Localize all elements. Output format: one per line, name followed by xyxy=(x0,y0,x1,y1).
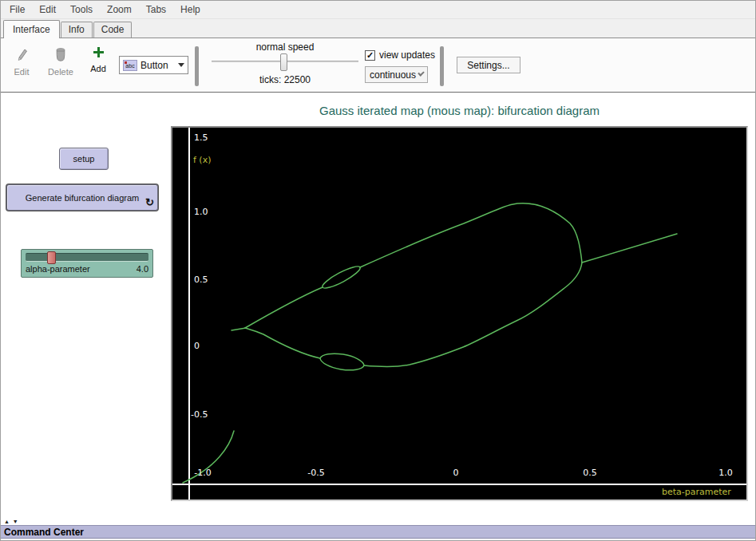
x-tick-0.5: 0.5 xyxy=(574,468,606,478)
update-mode-selected: continuous xyxy=(370,69,416,81)
curve-stub xyxy=(232,328,246,330)
update-mode-dropdown[interactable]: continuous xyxy=(365,66,428,83)
view-updates-label: view updates xyxy=(379,49,435,61)
menu-edit[interactable]: Edit xyxy=(32,2,63,18)
plot-area: 1.5 1.0 0.5 0 -0.5 -1.0 -0.5 0 0.5 1.0 f… xyxy=(172,128,746,500)
speed-slider-thumb[interactable] xyxy=(280,53,287,71)
menu-help[interactable]: Help xyxy=(173,2,208,18)
alpha-slider-value: 4.0 xyxy=(137,264,148,274)
view-updates-group: ✓ view updates continuous xyxy=(365,49,435,83)
button-widget-icon: abc xyxy=(123,60,137,71)
menu-bar: File Edit Tools Zoom Tabs Help xyxy=(1,1,755,19)
x-tick-neg1.0: -1.0 xyxy=(187,468,219,478)
tab-interface[interactable]: Interface xyxy=(3,20,60,38)
menu-tools[interactable]: Tools xyxy=(63,2,100,18)
x-tick-1.0: 1.0 xyxy=(710,468,742,478)
edit-button[interactable]: Edit xyxy=(9,47,34,77)
x-tick-neg0.5: -0.5 xyxy=(300,468,332,478)
add-button-label: Add xyxy=(85,64,112,73)
alpha-slider-thumb[interactable] xyxy=(47,251,56,264)
x-axis-title: beta-parameter xyxy=(662,487,731,497)
setup-button[interactable]: setup xyxy=(59,148,109,170)
chevron-down-icon xyxy=(418,69,424,76)
world-view: 1.5 1.0 0.5 0 -0.5 -1.0 -0.5 0 0.5 1.0 f… xyxy=(171,126,748,501)
y-tick-0: 0 xyxy=(194,341,200,351)
netlogo-window: File Edit Tools Zoom Tabs Help Interface… xyxy=(0,0,756,541)
toolbar: Edit Delete Add abc Button xyxy=(1,38,755,93)
settings-button[interactable]: Settings... xyxy=(457,57,520,73)
alpha-slider-track[interactable] xyxy=(26,253,148,262)
delete-button[interactable]: Delete xyxy=(45,47,77,77)
menu-zoom[interactable]: Zoom xyxy=(100,2,139,18)
add-button[interactable]: Add xyxy=(85,45,112,73)
delete-button-label: Delete xyxy=(45,67,77,77)
y-tick-neg0.5: -0.5 xyxy=(191,409,208,420)
widget-type-selected: Button xyxy=(141,60,175,71)
trash-icon xyxy=(54,47,67,65)
tab-bar: Interface Info Code xyxy=(1,19,755,38)
tab-code[interactable]: Code xyxy=(93,22,133,38)
curve-upper-right xyxy=(360,203,582,267)
y-tick-0.5: 0.5 xyxy=(194,274,208,285)
y-tick-1.5: 1.5 xyxy=(194,132,208,143)
speed-slider-label: normal speed xyxy=(212,41,358,53)
curve-lower-left xyxy=(245,328,320,358)
curve-lower-ear xyxy=(320,353,364,370)
interface-canvas: Gauss iterated map (mous map): bifurcati… xyxy=(1,93,755,522)
curve-lower-right xyxy=(364,263,582,366)
pencil-icon xyxy=(16,47,28,65)
alpha-slider-label: alpha-parameter xyxy=(26,264,90,274)
curve-upper-left xyxy=(245,287,323,328)
splitter-arrows-icon[interactable]: ▲ ▼ xyxy=(4,519,19,524)
menu-tabs[interactable]: Tabs xyxy=(139,2,173,18)
command-center-bar: Command Center xyxy=(1,525,755,539)
x-tick-0: 0 xyxy=(440,468,472,478)
widget-type-dropdown[interactable]: abc Button xyxy=(119,56,188,74)
plus-icon xyxy=(92,45,105,62)
edit-button-label: Edit xyxy=(9,67,34,77)
toolbar-separator-2 xyxy=(440,46,444,86)
page-title: Gauss iterated map (mous map): bifurcati… xyxy=(171,104,748,117)
y-axis-title: f (x) xyxy=(193,155,211,165)
ticks-counter: ticks: 22500 xyxy=(212,74,358,85)
tab-info[interactable]: Info xyxy=(61,22,93,38)
view-updates-checkbox[interactable]: ✓ xyxy=(365,50,375,61)
generate-button-label: Generate bifurcation diagram xyxy=(26,193,139,203)
toolbar-separator xyxy=(195,46,199,86)
menu-file[interactable]: File xyxy=(2,2,32,18)
y-tick-1.0: 1.0 xyxy=(194,207,208,217)
forever-refresh-icon: ↻ xyxy=(145,196,154,208)
curve-tail xyxy=(582,234,677,263)
command-center-splitter[interactable]: ▲ ▼ xyxy=(1,522,755,525)
bifurcation-curve xyxy=(172,128,746,500)
generate-bifurcation-button[interactable]: Generate bifurcation diagram ↻ xyxy=(6,184,158,211)
alpha-parameter-slider[interactable]: alpha-parameter 4.0 xyxy=(21,249,153,278)
speed-slider[interactable] xyxy=(212,61,358,63)
command-center-title: Command Center xyxy=(4,527,84,538)
speed-slider-group: normal speed ticks: 22500 xyxy=(212,41,358,85)
dropdown-arrow-icon xyxy=(178,63,184,67)
curve-upper-lens xyxy=(323,267,360,288)
